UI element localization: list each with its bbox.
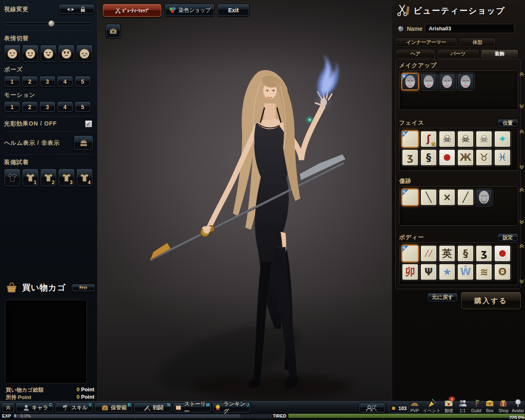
tryon-slot-1[interactable]: 1 bbox=[22, 169, 39, 187]
menu-button-chest[interactable]: 保管箱B bbox=[94, 402, 132, 413]
thumb-body-kanji-rabbit[interactable]: 卯 bbox=[402, 263, 419, 281]
scroll-down-icon[interactable] bbox=[519, 104, 525, 109]
scroll-up-icon[interactable] bbox=[519, 72, 525, 77]
revert-button[interactable]: 元に戻す bbox=[427, 293, 458, 302]
tab-hair[interactable]: ヘア bbox=[395, 49, 436, 59]
tryon-slot-clear[interactable] bbox=[4, 169, 21, 187]
menu-button-medal[interactable]: ランキングJ bbox=[212, 402, 251, 413]
thumb-face-dragon-tattoo[interactable]: § bbox=[420, 149, 437, 166]
thumb-face-butterfly[interactable]: Ж bbox=[457, 149, 474, 166]
shortcut-mirror[interactable]: Avatar bbox=[512, 398, 524, 414]
pose-button-4[interactable]: 4 bbox=[57, 76, 73, 87]
thumb-face-skull[interactable]: ☠ bbox=[457, 130, 474, 148]
exit-button[interactable]: Exit bbox=[217, 4, 249, 16]
thumb-makeup-2[interactable] bbox=[420, 73, 437, 90]
thumb-scar-curve[interactable]: ╱ bbox=[457, 189, 474, 206]
helm-toggle-button[interactable] bbox=[74, 135, 93, 151]
thumb-scar-diagonal[interactable]: ╲ bbox=[420, 189, 437, 206]
scroll-up-icon[interactable] bbox=[519, 129, 525, 134]
dye-shop-tab[interactable]: 染色ショップ bbox=[164, 4, 215, 16]
expression-button-cry[interactable] bbox=[76, 45, 93, 62]
tryon-slot-3[interactable]: 3 bbox=[58, 169, 75, 187]
pose-button-1[interactable]: 1 bbox=[4, 76, 20, 87]
pose-button-5[interactable]: 5 bbox=[75, 76, 91, 87]
pose-button-2[interactable]: 2 bbox=[22, 76, 38, 87]
menu-button-person[interactable]: キャラC bbox=[16, 402, 54, 413]
tab-parts[interactable]: パーツ bbox=[437, 49, 479, 59]
scroll-down-icon[interactable] bbox=[519, 219, 525, 224]
view-lock-button[interactable] bbox=[59, 4, 95, 14]
thumb-face-mermaid-statue[interactable]: ✦ bbox=[494, 130, 511, 148]
thumb-scar-cross[interactable]: × bbox=[438, 189, 456, 206]
shortcut-guildflag[interactable]: Guild bbox=[471, 398, 482, 414]
thumb-body-tiger-head[interactable]: ʘ bbox=[494, 263, 511, 281]
camera-slider-handle[interactable] bbox=[48, 20, 55, 27]
thumb-body-wolf[interactable]: Ψ bbox=[420, 263, 437, 281]
thumb-body-dragon-ink[interactable]: ʒ bbox=[475, 245, 493, 262]
purchase-button[interactable]: 購入する bbox=[461, 292, 521, 310]
thumb-body-tiger-stripes[interactable]: ≋ bbox=[475, 263, 493, 281]
thumb-face-japan-flag[interactable] bbox=[438, 149, 456, 166]
motion-button-3[interactable]: 3 bbox=[39, 101, 55, 112]
thumb-body-none[interactable]: E bbox=[402, 245, 419, 262]
currency-badge[interactable]: 103 bbox=[389, 404, 409, 413]
ticket-button[interactable]: ﾁｹｯﾄ bbox=[71, 284, 95, 292]
thumb-body-japan-flag[interactable] bbox=[494, 245, 511, 262]
shortcut-goldchest[interactable]: Box bbox=[484, 398, 495, 414]
face-position-button[interactable]: 位置 bbox=[498, 119, 518, 127]
motion-button-2[interactable]: 2 bbox=[22, 101, 38, 112]
thumb-body-dragon[interactable]: § bbox=[457, 245, 474, 262]
tab-inner-armor[interactable]: インナーアーマー bbox=[395, 38, 457, 47]
motion-button-5[interactable]: 5 bbox=[75, 101, 91, 112]
thumb-makeup-3[interactable] bbox=[438, 73, 456, 90]
thumb-scar-wrinkle-face[interactable] bbox=[475, 189, 493, 206]
thumb-makeup-1[interactable]: E bbox=[402, 73, 419, 90]
thumb-face-skull-mask[interactable]: ☠ bbox=[438, 130, 456, 148]
face-skull-grin-icon: ☠ bbox=[479, 134, 488, 144]
beauty-shop-tab[interactable]: ﾋﾞｭｰﾃｨｰｼｮｯﾌﾟ bbox=[103, 4, 162, 17]
party-button[interactable] bbox=[359, 403, 385, 413]
thumb-scar-none[interactable]: E bbox=[402, 189, 419, 206]
shortcut-colosseum[interactable]: PVP bbox=[409, 398, 420, 414]
shortcut-gift[interactable]: Shop bbox=[498, 398, 509, 414]
cart-item-area[interactable] bbox=[5, 300, 87, 383]
thumb-body-blue-star[interactable]: ★ bbox=[438, 263, 456, 281]
scroll-up-icon[interactable] bbox=[519, 187, 525, 192]
pose-button-3[interactable]: 3 bbox=[39, 76, 55, 87]
shortcut-mail[interactable]: 郵便2 bbox=[443, 398, 454, 414]
screenshot-button[interactable] bbox=[106, 24, 121, 38]
tryon-slot-2[interactable]: 2 bbox=[40, 169, 57, 187]
expression-button-angry[interactable] bbox=[58, 45, 75, 62]
tab-body-type[interactable]: 体型 bbox=[459, 38, 495, 47]
tryon-slot-4[interactable]: 4 bbox=[76, 169, 93, 187]
menu-button-hammer[interactable]: スキルV bbox=[55, 402, 93, 413]
thumb-face-wing-tattoo[interactable]: ʒ bbox=[402, 149, 419, 166]
character-viewport[interactable]: ﾋﾞｭｰﾃｨｰｼｮｯﾌﾟ 染色ショップ Exit bbox=[98, 0, 392, 401]
scroll-down-icon[interactable] bbox=[519, 164, 525, 169]
expression-button-laugh[interactable] bbox=[40, 45, 57, 62]
menu-button-book[interactable]: ストーリーM bbox=[173, 402, 211, 413]
thumb-face-none[interactable]: E bbox=[402, 130, 419, 148]
glow-effect-checkbox[interactable]: ✓ bbox=[85, 120, 92, 128]
expression-button-neutral[interactable] bbox=[4, 45, 21, 62]
thumb-face-feather-tattoo[interactable]: ʃN bbox=[420, 130, 437, 148]
motion-button-4[interactable]: 4 bbox=[57, 101, 73, 112]
shortcut-oneone[interactable]: 1:1 bbox=[457, 398, 468, 414]
collapse-menu-button[interactable] bbox=[2, 402, 14, 413]
thumb-face-bull-skull[interactable]: ♉ bbox=[475, 149, 493, 166]
thumb-makeup-4[interactable] bbox=[457, 73, 474, 90]
scroll-down-icon[interactable] bbox=[519, 279, 525, 284]
thumb-face-skull-grin[interactable]: ☠ bbox=[475, 130, 493, 148]
thumb-face-fish[interactable]: ♓ bbox=[494, 149, 511, 166]
scroll-up-icon[interactable] bbox=[519, 244, 525, 249]
body-settings-button[interactable]: 設定 bbox=[498, 233, 518, 242]
motion-button-1[interactable]: 1 bbox=[4, 101, 20, 112]
menu-button-sword[interactable]: 戦闘N bbox=[134, 402, 172, 413]
shortcut-popper[interactable]: イベント bbox=[423, 398, 441, 414]
thumb-body-claw-marks[interactable]: ╱╱ bbox=[420, 245, 437, 262]
thumb-body-eagle[interactable]: Ŵ bbox=[457, 263, 474, 281]
thumb-body-kanji-ei[interactable]: 英 bbox=[438, 245, 456, 262]
character-name-input[interactable] bbox=[425, 24, 514, 33]
expression-button-smile[interactable] bbox=[22, 45, 39, 62]
tab-decoration[interactable]: 装飾 bbox=[481, 49, 518, 59]
